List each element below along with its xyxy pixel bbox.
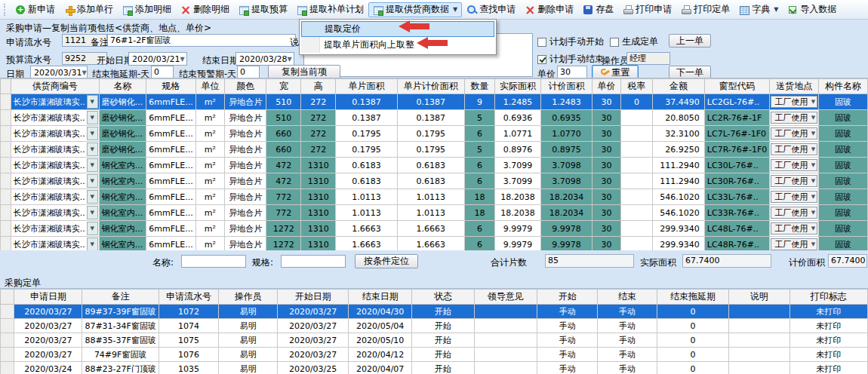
cell[interactable]	[474, 348, 537, 362]
cell[interactable]: 长沙市潇湘玻璃实..▼	[11, 221, 99, 237]
column-header[interactable]: 宽	[266, 79, 301, 94]
cell[interactable]: 1310	[301, 173, 336, 189]
column-header[interactable]: 名称	[99, 79, 146, 94]
delivery-combo[interactable]: 工厂使用▼	[771, 159, 817, 171]
cell[interactable]: 手动	[598, 333, 657, 348]
cell[interactable]: 18.2038	[494, 189, 540, 205]
table-row[interactable]: 长沙市潇湘玻璃实..▼磨砂钢化...6mmFLE...m²异地合片6602720…	[1, 142, 868, 158]
chevron-down-icon[interactable]: ▼	[811, 115, 815, 121]
cell[interactable]: 长沙市潇湘玻璃实..▼	[11, 110, 99, 126]
cell[interactable]: 2020/03/24	[14, 362, 82, 374]
table-row[interactable]: 长沙市潇湘玻璃实..▼钢化室内...6mmFLE...m²异地合片4721310…	[1, 173, 868, 189]
start-date-select[interactable]: 2020/03/21▼	[128, 52, 187, 66]
column-header[interactable]: 单价	[593, 79, 621, 94]
chevron-down-icon[interactable]: ▼	[774, 6, 778, 13]
row-indicator[interactable]	[1, 158, 11, 173]
column-header[interactable]: 供货商编号	[11, 79, 99, 94]
cell[interactable]: 89#37-39F窗固玻	[82, 305, 159, 319]
cell[interactable]: LC48L-76#..	[704, 221, 769, 237]
cell[interactable]: 0	[657, 319, 728, 333]
cell[interactable]: 6mmFLE...	[146, 158, 195, 173]
cell[interactable]: 32.3100	[652, 126, 704, 142]
chevron-down-icon[interactable]: ▼	[811, 162, 815, 168]
plan-manual-end-checkbox[interactable]	[537, 55, 546, 64]
cell[interactable]: 易明	[219, 348, 278, 362]
cell[interactable]: 手动	[598, 305, 657, 319]
table-row[interactable]: 2020/03/2787#31-34F窗固玻1074易明2020/03/2720…	[1, 319, 868, 333]
cell[interactable]: 6	[465, 173, 495, 189]
chevron-down-icon[interactable]: ▼	[811, 225, 815, 231]
name-filter-field[interactable]	[181, 255, 246, 268]
cell[interactable]: 长沙市潇湘玻璃实..▼	[11, 205, 99, 221]
cell[interactable]: 272	[301, 110, 336, 126]
cell[interactable]: 0.1795	[397, 126, 464, 142]
cell[interactable]: 472	[266, 158, 301, 173]
cell[interactable]: 钢化室内...	[99, 189, 146, 205]
table-row[interactable]: 2020/03/2488#23-27F门顶玻1035易明2020/03/2520…	[1, 362, 868, 374]
cell[interactable]: 2020/03/27	[14, 348, 82, 362]
cell[interactable]: 0.6183	[336, 173, 398, 189]
toolbar-button-extract-supplier-data[interactable]: 提取供货商数据▼	[368, 2, 462, 17]
cell[interactable]: 510	[266, 110, 301, 126]
cell[interactable]: 固玻	[819, 173, 868, 189]
delivery-combo[interactable]: 工厂使用▼	[771, 127, 817, 139]
cell[interactable]: 30	[593, 126, 621, 142]
cell[interactable]: 3.7099	[494, 158, 540, 173]
cell[interactable]: 0.1387	[336, 94, 398, 110]
table-row[interactable]: 长沙市潇湘玻璃实..▼钢化室内...6mmFLE...m²异地合片7721310…	[1, 205, 868, 221]
chevron-down-icon[interactable]: ▼	[87, 174, 98, 188]
chevron-down-icon[interactable]: ▼	[82, 69, 86, 76]
column-header[interactable]: 说明	[729, 290, 790, 305]
cell[interactable]: 2020/03/27	[278, 319, 349, 333]
cell[interactable]: 3.7098	[541, 173, 593, 189]
cell[interactable]: LC33R-76#..	[704, 205, 769, 221]
cell[interactable]: 2020/03/27	[278, 333, 349, 348]
cell[interactable]: 30	[593, 205, 621, 221]
cell[interactable]: 手动	[598, 362, 657, 374]
cell[interactable]: LC2R-76#-1F	[704, 110, 769, 126]
cell[interactable]: 30	[593, 158, 621, 173]
cell[interactable]	[620, 205, 652, 221]
cell[interactable]: 异地合片	[225, 94, 266, 110]
cell[interactable]: 2020/03/27	[14, 305, 82, 319]
cell[interactable]: LC7L-76#-1F0	[704, 126, 769, 142]
cell[interactable]: 6mmFLE...	[146, 142, 195, 158]
toolbar-button-find-request[interactable]: 查找申请	[462, 2, 520, 17]
cell[interactable]: 1.2485	[494, 94, 540, 110]
row-indicator-header[interactable]	[1, 290, 14, 305]
cell[interactable]: 手动	[598, 348, 657, 362]
cell[interactable]	[474, 362, 537, 374]
column-header[interactable]: 申请日期	[14, 290, 82, 305]
cell[interactable]: 37.4490	[652, 94, 704, 110]
cell[interactable]: 钢化室内...	[99, 205, 146, 221]
cell[interactable]: 2020/05/04	[349, 319, 412, 333]
cell[interactable]: 开始	[412, 362, 474, 374]
column-header[interactable]: 构件名称	[819, 79, 868, 94]
menu-item-extract-piece-area-roundup[interactable]: 提取单片面积向上取整	[301, 37, 494, 53]
cell[interactable]: 未打印	[790, 305, 867, 319]
spec-filter-field[interactable]	[281, 255, 346, 268]
cell[interactable]: 660	[266, 142, 301, 158]
delivery-combo[interactable]: 工厂使用▼	[771, 175, 817, 187]
cell[interactable]: 0.6935	[541, 110, 593, 126]
toolbar-button-add-detail[interactable]: 添加明细	[118, 2, 176, 17]
cell[interactable]: 工厂使用▼	[770, 94, 819, 110]
cell[interactable]: 未打印	[790, 333, 867, 348]
cell[interactable]: 易明	[219, 362, 278, 374]
cell[interactable]: m²	[195, 94, 225, 110]
chevron-down-icon[interactable]: ▼	[87, 95, 98, 109]
cell[interactable]: 6	[465, 221, 495, 237]
cell[interactable]: 272	[301, 126, 336, 142]
cell[interactable]: 0.1795	[397, 142, 464, 158]
chevron-down-icon[interactable]: ▼	[811, 130, 815, 136]
cell[interactable]: 未打印	[790, 348, 867, 362]
column-header[interactable]: 窗型代码	[704, 79, 769, 94]
row-indicator[interactable]	[1, 348, 14, 362]
chevron-down-icon[interactable]: ▼	[87, 190, 98, 204]
row-indicator[interactable]	[1, 94, 11, 110]
cell[interactable]: 固玻	[819, 94, 868, 110]
row-indicator[interactable]	[1, 319, 14, 333]
column-header[interactable]: 结束拖延期	[657, 290, 728, 305]
column-header[interactable]: 备注	[82, 290, 159, 305]
toolbar-button-new-request[interactable]: 新申请	[11, 2, 60, 17]
